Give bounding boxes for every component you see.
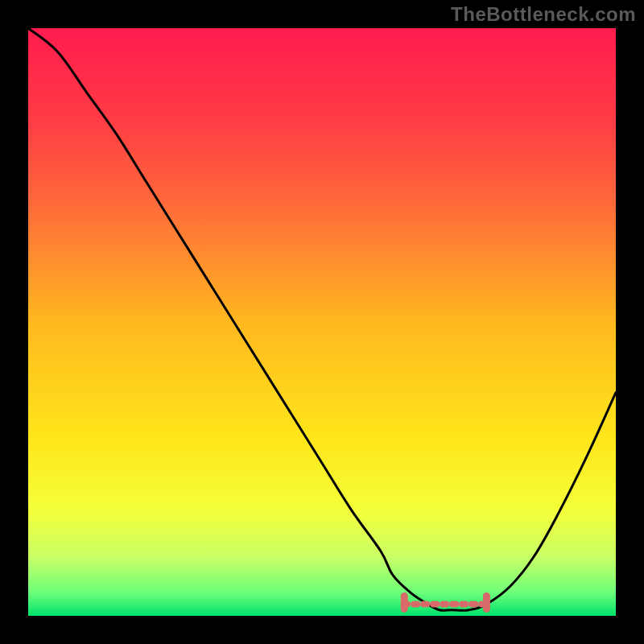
watermark-label: TheBottleneck.com xyxy=(451,3,636,26)
bottleneck-chart xyxy=(0,0,644,644)
gradient-background xyxy=(28,28,616,616)
chart-frame: TheBottleneck.com xyxy=(0,0,644,644)
